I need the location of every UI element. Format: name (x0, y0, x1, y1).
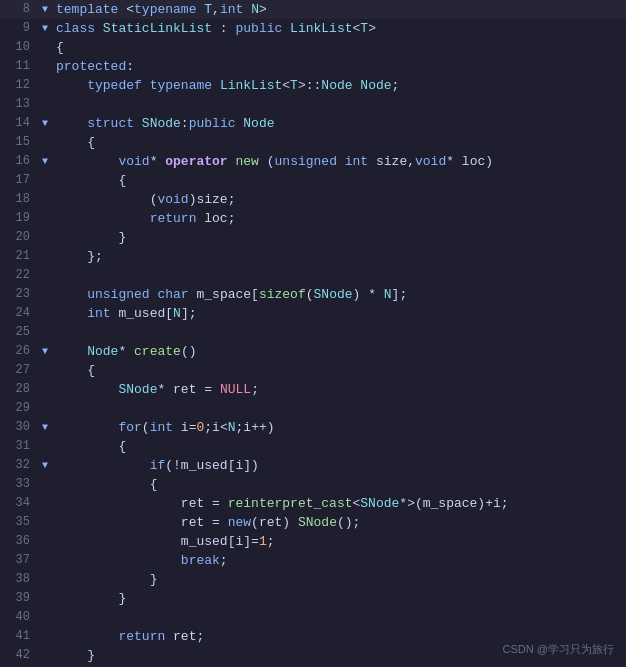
code-content: { (52, 133, 626, 152)
line-number: 30 (0, 418, 38, 437)
code-line: 17 { (0, 171, 626, 190)
code-content: SNode* ret = NULL; (52, 380, 626, 399)
line-number: 34 (0, 494, 38, 513)
line-number: 18 (0, 190, 38, 209)
code-line: 21 }; (0, 247, 626, 266)
code-content: { (52, 475, 626, 494)
line-number: 31 (0, 437, 38, 456)
code-content: } (52, 228, 626, 247)
code-content: ret = reinterpret_cast<SNode*>(m_space)+… (52, 494, 626, 513)
line-number: 25 (0, 323, 38, 342)
line-number: 19 (0, 209, 38, 228)
code-line: 10{ (0, 38, 626, 57)
code-line: 19 return loc; (0, 209, 626, 228)
code-line: 36 m_used[i]=1; (0, 532, 626, 551)
code-content: template <typename T,int N> (52, 0, 626, 19)
code-content: ret = new(ret) SNode(); (52, 513, 626, 532)
code-content: m_used[i]=1; (52, 532, 626, 551)
fold-arrow[interactable]: ▼ (38, 19, 52, 38)
code-content: return loc; (52, 209, 626, 228)
line-number: 36 (0, 532, 38, 551)
code-line: 13 (0, 95, 626, 114)
line-number: 9 (0, 19, 38, 38)
code-content: Node* create() (52, 342, 626, 361)
code-content: } (52, 570, 626, 589)
line-number: 15 (0, 133, 38, 152)
code-content (52, 399, 626, 418)
line-number: 42 (0, 646, 38, 665)
code-content: int m_used[N]; (52, 304, 626, 323)
line-number: 16 (0, 152, 38, 171)
code-editor: 8▼template <typename T,int N>9▼class Sta… (0, 0, 626, 665)
fold-arrow[interactable]: ▼ (38, 456, 52, 475)
line-number: 24 (0, 304, 38, 323)
code-content: (void)size; (52, 190, 626, 209)
code-line: 20 } (0, 228, 626, 247)
code-content: { (52, 38, 626, 57)
code-content: protected: (52, 57, 626, 76)
code-content: { (52, 171, 626, 190)
line-number: 38 (0, 570, 38, 589)
code-content: typedef typename LinkList<T>::Node Node; (52, 76, 626, 95)
code-content (52, 95, 626, 114)
code-line: 22 (0, 266, 626, 285)
code-line: 27 { (0, 361, 626, 380)
fold-arrow[interactable]: ▼ (38, 114, 52, 133)
code-line: 12 typedef typename LinkList<T>::Node No… (0, 76, 626, 95)
code-content: } (52, 589, 626, 608)
code-content: void* operator new (unsigned int size,vo… (52, 152, 626, 171)
code-line: 8▼template <typename T,int N> (0, 0, 626, 19)
code-content: break; (52, 551, 626, 570)
code-line: 33 { (0, 475, 626, 494)
line-number: 28 (0, 380, 38, 399)
line-number: 20 (0, 228, 38, 247)
code-line: 25 (0, 323, 626, 342)
line-number: 39 (0, 589, 38, 608)
line-number: 41 (0, 627, 38, 646)
code-line: 16▼ void* operator new (unsigned int siz… (0, 152, 626, 171)
line-number: 26 (0, 342, 38, 361)
fold-arrow[interactable]: ▼ (38, 152, 52, 171)
code-content: { (52, 361, 626, 380)
code-line: 37 break; (0, 551, 626, 570)
code-line: 29 (0, 399, 626, 418)
code-line: 9▼class StaticLinkList : public LinkList… (0, 19, 626, 38)
line-number: 35 (0, 513, 38, 532)
code-line: 24 int m_used[N]; (0, 304, 626, 323)
code-line: 39 } (0, 589, 626, 608)
code-line: 23 unsigned char m_space[sizeof(SNode) *… (0, 285, 626, 304)
fold-arrow[interactable]: ▼ (38, 0, 52, 19)
line-number: 23 (0, 285, 38, 304)
code-line: 31 { (0, 437, 626, 456)
line-number: 8 (0, 0, 38, 19)
code-line: 18 (void)size; (0, 190, 626, 209)
code-line: 30▼ for(int i=0;i<N;i++) (0, 418, 626, 437)
line-number: 14 (0, 114, 38, 133)
code-line: 35 ret = new(ret) SNode(); (0, 513, 626, 532)
code-line: 38 } (0, 570, 626, 589)
line-number: 12 (0, 76, 38, 95)
line-number: 40 (0, 608, 38, 627)
watermark: CSDN @学习只为旅行 (503, 642, 614, 657)
code-content: struct SNode:public Node (52, 114, 626, 133)
line-number: 13 (0, 95, 38, 114)
line-number: 11 (0, 57, 38, 76)
code-line: 11protected: (0, 57, 626, 76)
fold-arrow[interactable]: ▼ (38, 342, 52, 361)
code-line: 28 SNode* ret = NULL; (0, 380, 626, 399)
code-content: { (52, 437, 626, 456)
line-number: 21 (0, 247, 38, 266)
code-line: 14▼ struct SNode:public Node (0, 114, 626, 133)
code-line: 26▼ Node* create() (0, 342, 626, 361)
line-number: 22 (0, 266, 38, 285)
code-content: unsigned char m_space[sizeof(SNode) * N]… (52, 285, 626, 304)
line-number: 37 (0, 551, 38, 570)
code-content (52, 608, 626, 627)
line-number: 29 (0, 399, 38, 418)
code-content: for(int i=0;i<N;i++) (52, 418, 626, 437)
code-content: }; (52, 247, 626, 266)
code-content: class StaticLinkList : public LinkList<T… (52, 19, 626, 38)
fold-arrow[interactable]: ▼ (38, 418, 52, 437)
code-line: 15 { (0, 133, 626, 152)
code-content (52, 266, 626, 285)
